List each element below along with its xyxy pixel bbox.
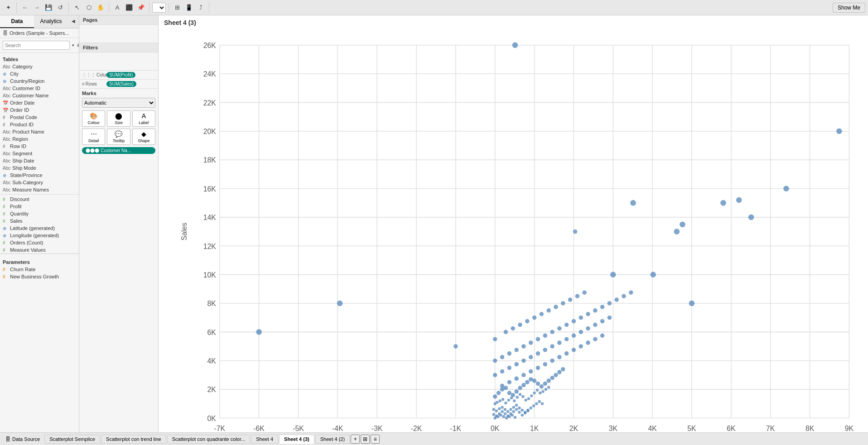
field-sales[interactable]: #Sales <box>0 217 79 225</box>
detail-label: Detail <box>88 139 99 143</box>
field-category[interactable]: AbcCategory <box>0 63 79 70</box>
field-churn-rate[interactable]: #Churn Rate <box>0 266 79 273</box>
tableau-logo-btn[interactable]: ✦ <box>3 2 14 13</box>
field-orders-count[interactable]: #Orders (Count) <box>0 239 79 246</box>
tab-options-btn[interactable]: ≡ <box>371 435 380 444</box>
field-longitude[interactable]: ⊕Longitude (generated) <box>0 232 79 239</box>
field-product-name[interactable]: AbcProduct Name <box>0 128 79 135</box>
collapse-panel-btn[interactable]: ◀ <box>68 15 79 26</box>
columns-pill[interactable]: SUM(Profit) <box>106 72 135 78</box>
sheet-tab-6[interactable]: Sheet 4 (2) <box>315 435 350 444</box>
label-btn[interactable]: ALabel <box>132 110 155 127</box>
field-sub-category[interactable]: AbcSub-Category <box>0 179 79 186</box>
highlight-btn[interactable]: ⬛ <box>124 2 135 13</box>
scatter-dot <box>530 394 533 397</box>
scatter-dot <box>521 373 526 378</box>
tab-data[interactable]: Data <box>0 15 34 28</box>
scatter-dot <box>512 42 518 48</box>
size-btn[interactable]: ⬤Size <box>107 110 130 127</box>
scatter-dot <box>504 386 508 390</box>
field-city[interactable]: ⊕City <box>0 70 79 77</box>
field-customer-name[interactable]: AbcCustomer Name <box>0 92 79 99</box>
pages-label: Pages <box>79 15 158 24</box>
tooltip-btn[interactable]: 💬Tooltip <box>107 129 130 145</box>
tooltip-label: Tooltip <box>113 139 125 143</box>
scatter-dot <box>536 337 540 341</box>
filters-label: Filters <box>79 43 158 53</box>
field-ship-date[interactable]: AbcShip Date <box>0 157 79 164</box>
field-ship-mode[interactable]: AbcShip Mode <box>0 164 79 172</box>
rows-pill[interactable]: SUM(Sales) <box>106 81 136 87</box>
field-order-date[interactable]: 📅Order Date <box>0 99 79 106</box>
abc-icon: Abc <box>3 151 10 156</box>
scatter-dot <box>511 326 515 331</box>
scatter-dot <box>557 326 561 331</box>
back-btn[interactable]: ← <box>19 2 30 13</box>
calendar-icon: 📅 <box>3 108 8 113</box>
scatter-dot <box>586 312 590 316</box>
forward-btn[interactable]: → <box>31 2 42 13</box>
scatter-dot <box>836 128 842 134</box>
scatter-dot <box>736 197 742 203</box>
colour-btn[interactable]: 🎨Colour <box>82 110 105 127</box>
scatter-dot <box>650 272 656 278</box>
label-btn[interactable]: A <box>112 2 123 13</box>
field-new-business[interactable]: #New Business Growth <box>0 273 79 280</box>
search-filter-btn[interactable]: ▾ <box>72 40 75 51</box>
field-customer-id[interactable]: AbcCustomer ID <box>0 85 79 92</box>
field-quantity[interactable]: #Quantity <box>0 210 79 217</box>
hash-icon: # <box>3 144 8 149</box>
field-state[interactable]: ⊕State/Province <box>0 172 79 179</box>
sheet-tab-2[interactable]: Scatterplot con trend line <box>101 435 166 444</box>
scatter-dot <box>554 305 558 309</box>
sheet-tab-3[interactable]: Scatterplot con quadrante color... <box>167 435 250 444</box>
field-latitude[interactable]: ⊕Latitude (generated) <box>0 225 79 232</box>
detail-btn[interactable]: ⋯Detail <box>82 129 105 145</box>
shape-btn[interactable]: ◆Shape <box>132 129 155 145</box>
scatter-dot <box>506 410 509 413</box>
fit-btn[interactable]: ⊞ <box>172 2 183 13</box>
field-discount[interactable]: #Discount <box>0 196 79 203</box>
field-row-id[interactable]: #Row ID <box>0 143 79 150</box>
scatter-dot <box>529 369 533 374</box>
field-segment[interactable]: AbcSegment <box>0 150 79 157</box>
device-btn[interactable]: 📱 <box>183 2 194 13</box>
lasso-btn[interactable]: ⬡ <box>83 2 94 13</box>
fix-btn[interactable]: 📌 <box>135 2 146 13</box>
field-profit[interactable]: #Profit <box>0 203 79 210</box>
refresh-btn[interactable]: ↺ <box>55 2 66 13</box>
field-product-id[interactable]: #Product ID <box>0 121 79 128</box>
svg-text:-5K: -5K <box>293 425 304 432</box>
marks-type-select[interactable]: Automatic <box>82 98 155 108</box>
sheet-tab-3-label: Scatterplot con quadrante color... <box>172 436 245 442</box>
svg-text:Sales: Sales <box>180 223 188 241</box>
hash-icon: # <box>3 115 8 120</box>
duplicate-sheet-btn[interactable]: ⊞ <box>361 435 370 444</box>
scatter-dot <box>557 340 561 345</box>
tab-analytics[interactable]: Analytics <box>34 15 68 28</box>
standard-select[interactable]: Standard <box>152 3 166 13</box>
show-me-button[interactable]: Show Me <box>833 3 865 13</box>
datasource-tab[interactable]: 🗄 Data Source <box>2 435 43 443</box>
field-region[interactable]: AbcRegion <box>0 135 79 143</box>
scatter-dot <box>550 330 554 335</box>
save-btn[interactable]: 💾 <box>43 2 54 13</box>
scatter-dot <box>600 334 604 338</box>
new-sheet-btn[interactable]: + <box>351 435 360 444</box>
pointer-btn[interactable]: ↖ <box>72 2 82 13</box>
pan-btn[interactable]: ✋ <box>95 2 106 13</box>
data-analytics-tabs: Data Analytics ◀ <box>0 15 79 29</box>
sheet-tab-5[interactable]: Sheet 4 (3) <box>279 435 314 444</box>
field-country[interactable]: ⊕Country/Region <box>0 77 79 85</box>
colour-pill[interactable]: ⬤⬤⬤ Customer Na... <box>82 147 155 154</box>
field-measure-values[interactable]: #Measure Values <box>0 246 79 254</box>
sheet-tab-4[interactable]: Sheet 4 <box>251 435 278 444</box>
sheet-tab-1[interactable]: Scatterplot Semplice <box>44 435 100 444</box>
field-postal-code[interactable]: #Postal Code <box>0 114 79 121</box>
share-btn[interactable]: ⤴ <box>195 2 206 13</box>
field-order-id[interactable]: 📅Order ID <box>0 106 79 114</box>
search-input[interactable] <box>3 41 70 50</box>
field-measure-names[interactable]: AbcMeasure Names <box>0 186 79 193</box>
field-list: Tables AbcCategory ⊕City ⊕Country/Region… <box>0 53 79 432</box>
chart-svg: .grid-line { stroke: #e0e0e0; stroke-wid… <box>177 31 863 432</box>
